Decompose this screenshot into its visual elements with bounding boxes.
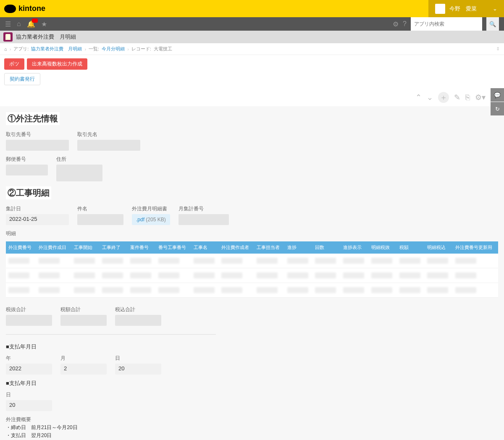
table-cell: xxxx <box>369 268 397 283</box>
home-icon[interactable]: ⌂ <box>4 47 7 52</box>
kintone-logo-icon <box>4 5 16 13</box>
table-cell: xxxx <box>6 254 36 268</box>
collapse-icon[interactable]: ⇕ <box>496 46 500 52</box>
add-record-icon[interactable]: ＋ <box>438 92 449 103</box>
history-tab[interactable]: ↻ <box>491 102 504 115</box>
user-menu[interactable]: 今野 愛菜 ⌄ <box>428 0 504 17</box>
avatar <box>435 4 445 14</box>
table-header: 明細税抜 <box>369 241 397 254</box>
app-icon <box>3 32 13 42</box>
dekidaka-button[interactable]: 出来高複数枚出力作成 <box>27 58 87 70</box>
zeinuki-label: 税抜合計 <box>6 306 52 313</box>
table-cell: xxxx <box>36 254 71 268</box>
bc-view-link[interactable]: 今月分明細 <box>102 46 125 52</box>
file-attachment[interactable]: .pdf (205 KB) <box>132 214 170 225</box>
table-header: 明細税込 <box>425 241 453 254</box>
duplicate-record-icon[interactable]: ⎘ <box>465 93 470 102</box>
detail-table: 外注費番号外注費作成日工事開始工事終了案件番号番号工事番号工事名外注費作成者工事… <box>6 241 498 298</box>
table-cell: xxxx <box>191 268 219 283</box>
table-cell: xxxx <box>285 254 313 268</box>
table-cell: xxxx <box>254 283 284 298</box>
side-tabs: 💬 ↻ <box>491 88 504 116</box>
table-header: 外注費作成者 <box>219 241 254 254</box>
gear-icon[interactable]: ⚙ <box>393 20 399 28</box>
aggregate-date-label: 集計日 <box>6 205 69 212</box>
partner-no-label: 取引先番号 <box>6 131 69 138</box>
comment-tab[interactable]: 💬 <box>491 88 504 102</box>
month-value: 2 <box>60 364 107 375</box>
day-label: 日 <box>115 355 161 362</box>
next-record-icon[interactable]: ⌄ <box>427 93 433 102</box>
table-cell: xxxx <box>369 283 397 298</box>
table-cell: xxxx <box>341 254 369 268</box>
keiyaku-button[interactable]: 契約書発行 <box>4 73 40 85</box>
monthly-no-label: 月集計番号 <box>178 205 229 212</box>
edit-record-icon[interactable]: ✎ <box>454 93 460 102</box>
app-title: 協力業者外注費 月明細 <box>16 33 76 41</box>
partner-name-label: 取引先名 <box>77 131 140 138</box>
table-cell: xxxx <box>312 254 341 268</box>
table-cell: xxxx <box>397 254 425 268</box>
action-bar: ボツ 出来高複数枚出力作成 <box>0 55 504 73</box>
table-cell: xxxx <box>6 283 36 298</box>
bc-record: 大電技工 <box>154 46 172 52</box>
table-cell: xxxx <box>453 283 498 298</box>
table-cell: xxxx <box>71 283 100 298</box>
summary-line2: ・支払日 翌月20日 <box>6 432 498 439</box>
table-cell: xxxx <box>397 268 425 283</box>
breadcrumb: ⌂ › アプリ: 協力業者外注費 月明細 › 一覧: 今月分明細 › レコード:… <box>0 43 504 55</box>
star-icon[interactable]: ★ <box>41 20 47 28</box>
section1-title: ①外注先情報 <box>6 112 60 125</box>
postal-value: xxxxx <box>6 165 48 175</box>
table-cell: xxxx <box>285 268 313 283</box>
botsu-button[interactable]: ボツ <box>4 58 24 70</box>
monthly-no-value: xxxxxxxx <box>178 214 229 225</box>
summary-title: 外注費概要 <box>6 416 498 423</box>
home-icon[interactable]: ⌂ <box>17 20 21 28</box>
table-cell: xxxx <box>128 254 156 268</box>
table-cell: xxxx <box>71 268 100 283</box>
settings-dropdown-icon[interactable]: ⚙▾ <box>475 93 486 102</box>
search-input[interactable] <box>411 21 470 27</box>
file-size: (205 KB) <box>146 217 165 223</box>
table-cell: xxxx <box>100 254 128 268</box>
record-toolbar: ⌃ ⌄ ＋ ✎ ⎘ ⚙▾ ⋯ <box>0 89 504 106</box>
address-label: 住所 <box>56 156 102 163</box>
detail-label: 明細 <box>6 230 498 237</box>
year-label: 年 <box>6 355 52 362</box>
partner-no-value: xxxxxxx <box>6 140 69 151</box>
table-cell: xxxx <box>425 283 453 298</box>
menu-icon[interactable]: ☰ <box>5 20 11 28</box>
payment-heading-2: ■支払年月日 <box>6 380 498 387</box>
partner-name-value: xxxxx <box>77 140 140 151</box>
table-cell: xxxx <box>156 254 191 268</box>
table-row[interactable]: xxxxxxxxxxxxxxxxxxxxxxxxxxxxxxxxxxxxxxxx… <box>6 254 498 268</box>
payment-heading-1: ■支払年月日 <box>6 343 498 351</box>
month-label: 月 <box>60 355 107 362</box>
table-cell: xxxx <box>397 283 425 298</box>
search-button[interactable]: 🔍 <box>486 17 499 31</box>
table-row[interactable]: xxxxxxxxxxxxxxxxxxxxxxxxxxxxxxxxxxxxxxxx… <box>6 283 498 298</box>
table-cell: xxxx <box>100 283 128 298</box>
table-header: 税額 <box>397 241 425 254</box>
bell-icon[interactable]: 🔔 <box>27 20 35 28</box>
bc-app-prefix: アプリ: <box>13 46 29 52</box>
table-header: 回数 <box>312 241 341 254</box>
help-icon[interactable]: ? <box>403 20 407 28</box>
table-cell: xxxx <box>100 268 128 283</box>
zeinuki-value: xxxxx <box>6 315 52 326</box>
table-header: 工事開始 <box>71 241 100 254</box>
nav-bar: ☰ ⌂ 🔔 ★ ⚙ ? 🔍 <box>0 17 504 31</box>
address-value: xxxxxxxx <box>56 165 102 181</box>
table-row[interactable]: xxxxxxxxxxxxxxxxxxxxxxxxxxxxxxxxxxxxxxxx… <box>6 268 498 283</box>
aggregate-date-value: 2022-01-25 <box>6 214 69 225</box>
table-header: 外注費番号 <box>6 241 36 254</box>
table-cell: xxxx <box>6 268 36 283</box>
user-name: 今野 愛菜 <box>449 5 477 13</box>
logo[interactable]: kintone <box>4 4 45 13</box>
bc-app-link[interactable]: 協力業者外注費 月明細 <box>31 46 82 52</box>
prev-record-icon[interactable]: ⌃ <box>415 93 422 102</box>
table-header: 外注費番号更新用 <box>453 241 498 254</box>
table-cell: xxxx <box>312 268 341 283</box>
table-header: 工事終了 <box>100 241 128 254</box>
